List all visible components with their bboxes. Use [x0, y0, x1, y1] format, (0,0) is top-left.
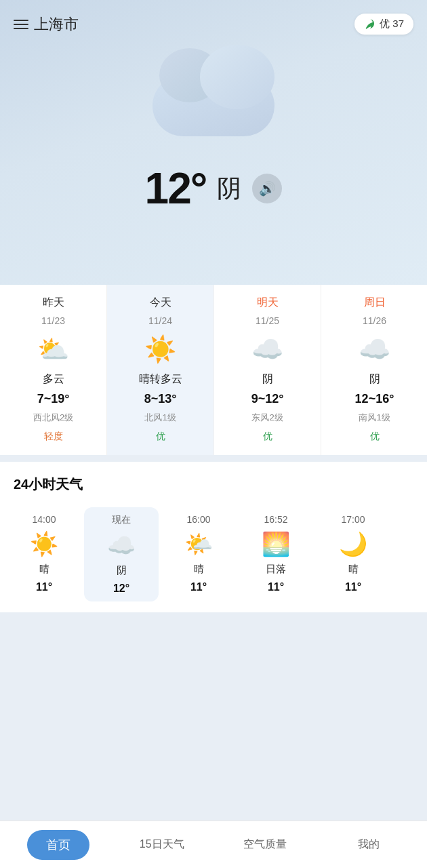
- temp-row: 12° 阴 🔊: [14, 163, 413, 214]
- day-temp: 8~13°: [144, 392, 177, 406]
- top-bar-left: 上海市: [14, 14, 79, 35]
- hour-time: 16:52: [264, 514, 287, 525]
- day-wind: 东风2级: [251, 412, 283, 424]
- day-aqi: 优: [363, 429, 386, 444]
- hour-col: 14:00 ☀️ 晴 11°: [7, 507, 81, 601]
- day-temp: 9~12°: [251, 392, 284, 406]
- weather-description: 阴: [217, 172, 241, 205]
- hour-temp: 11°: [190, 581, 207, 593]
- nav-air-label[interactable]: 空气质量: [243, 837, 287, 852]
- hour-col: 16:00 🌤️ 晴 11°: [161, 507, 236, 601]
- aqi-text: 优 37: [380, 18, 404, 31]
- day-weather: 晴转多云: [139, 372, 182, 387]
- nav-forecast15-label[interactable]: 15日天气: [140, 837, 184, 852]
- day-label: 周日: [364, 296, 386, 310]
- top-bar: 上海市 优 37: [14, 14, 413, 35]
- hour-time: 现在: [112, 514, 131, 526]
- bottom-nav: 首页 15日天气 空气质量 我的: [0, 821, 427, 868]
- temperature-display: 12°: [145, 163, 207, 214]
- day-col[interactable]: 明天 11/25 ☁️ 阴 9~12° 东风2级 优: [214, 285, 321, 455]
- day-aqi: 优: [256, 429, 279, 444]
- day-icon: ☁️: [251, 334, 283, 364]
- day-date: 11/25: [256, 315, 279, 326]
- hour-icon: ☀️: [30, 530, 58, 557]
- day-col[interactable]: 周日 11/26 ☁️ 阴 12~16° 南风1级 优: [321, 285, 427, 455]
- nav-mine-label[interactable]: 我的: [358, 837, 380, 852]
- hour-time: 16:00: [186, 514, 210, 525]
- day-label: 明天: [257, 296, 279, 310]
- day-wind: 南风1级: [359, 412, 390, 424]
- day-temp: 7~19°: [37, 392, 70, 406]
- hour-time: 17:00: [341, 514, 365, 525]
- city-name: 上海市: [34, 14, 79, 35]
- nav-forecast15[interactable]: 15日天气: [110, 837, 214, 852]
- hour-weather: 日落: [266, 563, 286, 576]
- day-date: 11/26: [363, 315, 386, 326]
- day-wind: 西北风2级: [33, 412, 73, 424]
- nav-mine[interactable]: 我的: [317, 837, 421, 852]
- day-weather: 阴: [369, 372, 380, 387]
- weather-hero: 上海市 优 37 12° 阴 🔊: [0, 0, 427, 285]
- hourly-title-bar: 24小时天气: [0, 462, 427, 500]
- day-icon: ☁️: [359, 334, 390, 364]
- hour-temp: 11°: [345, 581, 361, 593]
- day-icon: ⛅: [37, 334, 69, 364]
- sound-button[interactable]: 🔊: [252, 174, 282, 203]
- hour-col: 现在 ☁️ 阴 12°: [84, 507, 159, 601]
- hour-icon: 🌙: [339, 530, 367, 557]
- day-aqi: 轻度: [37, 429, 70, 444]
- daily-scroll[interactable]: 昨天 11/23 ⛅ 多云 7~19° 西北风2级 轻度 今天 11/24 ☀️…: [0, 285, 427, 455]
- day-weather: 多云: [43, 372, 64, 387]
- aqi-badge[interactable]: 优 37: [354, 14, 413, 35]
- hourly-scroll[interactable]: 14:00 ☀️ 晴 11° 现在 ☁️ 阴 12° 16:00 🌤️ 晴 11…: [0, 500, 427, 612]
- day-date: 11/23: [41, 315, 65, 326]
- hour-weather: 晴: [39, 563, 49, 576]
- hour-temp: 11°: [36, 581, 52, 593]
- day-col[interactable]: 今天 11/24 ☀️ 晴转多云 8~13° 北风1级 优: [107, 285, 214, 455]
- day-col[interactable]: 昨天 11/23 ⛅ 多云 7~19° 西北风2级 轻度: [0, 285, 107, 455]
- day-aqi: 优: [149, 429, 172, 444]
- hour-time: 14:00: [32, 514, 56, 525]
- hour-icon: 🌅: [262, 530, 290, 557]
- hour-weather: 晴: [348, 563, 359, 576]
- day-temp: 12~16°: [355, 392, 394, 406]
- hourly-section-title: 24小时天气: [14, 475, 413, 494]
- hour-weather: 阴: [117, 564, 127, 577]
- hour-icon: 🌤️: [184, 530, 213, 557]
- daily-section: 昨天 11/23 ⛅ 多云 7~19° 西北风2级 轻度 今天 11/24 ☀️…: [0, 285, 427, 455]
- cloud-illustration: [14, 41, 413, 150]
- sound-icon: 🔊: [259, 180, 276, 197]
- nav-home[interactable]: 首页: [7, 830, 110, 860]
- leaf-icon: [364, 18, 376, 31]
- day-date: 11/24: [148, 315, 172, 326]
- hour-col: 16:52 🌅 日落 11°: [239, 507, 313, 601]
- hour-weather: 晴: [194, 563, 204, 576]
- day-weather: 阴: [262, 372, 273, 387]
- day-label: 今天: [150, 296, 171, 310]
- day-label: 昨天: [43, 296, 64, 310]
- menu-icon[interactable]: [14, 20, 28, 29]
- day-icon: ☀️: [144, 334, 176, 364]
- cloud-main: [139, 55, 288, 136]
- hour-temp: 11°: [268, 581, 284, 593]
- nav-air[interactable]: 空气质量: [214, 837, 317, 852]
- hour-temp: 12°: [113, 583, 129, 595]
- hour-icon: ☁️: [107, 532, 136, 559]
- home-button[interactable]: 首页: [27, 830, 89, 860]
- day-wind: 北风1级: [144, 412, 176, 424]
- hour-col: 17:00 🌙 晴 11°: [316, 507, 390, 601]
